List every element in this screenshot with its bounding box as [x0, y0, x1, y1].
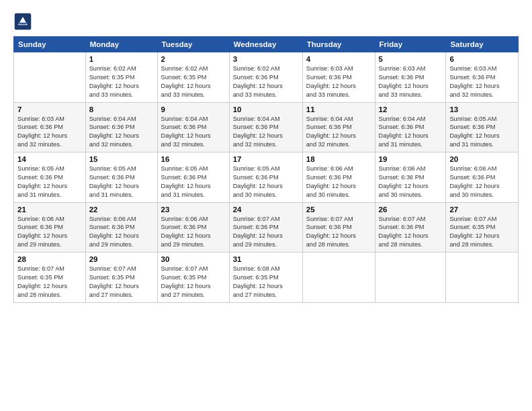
day-number: 24 — [233, 205, 299, 214]
calendar-cell: 16Sunrise: 6:05 AM Sunset: 6:36 PM Dayli… — [157, 152, 229, 203]
day-info: Sunrise: 6:03 AM Sunset: 6:36 PM Dayligh… — [379, 64, 443, 99]
day-number: 12 — [379, 105, 443, 113]
calendar-cell: 9Sunrise: 6:04 AM Sunset: 6:36 PM Daylig… — [157, 102, 229, 152]
calendar-day-header: Friday — [375, 37, 446, 52]
day-number: 11 — [306, 105, 371, 113]
day-number: 14 — [17, 155, 82, 163]
day-number: 17 — [233, 155, 299, 163]
day-number: 20 — [449, 155, 515, 163]
day-number: 6 — [449, 55, 515, 63]
calendar-cell: 31Sunrise: 6:08 AM Sunset: 6:35 PM Dayli… — [229, 253, 302, 303]
day-info: Sunrise: 6:07 AM Sunset: 6:35 PM Dayligh… — [17, 265, 82, 300]
calendar-cell: 24Sunrise: 6:07 AM Sunset: 6:36 PM Dayli… — [229, 202, 302, 253]
day-number: 22 — [89, 205, 154, 214]
day-number: 13 — [449, 105, 515, 113]
day-number: 16 — [161, 155, 226, 163]
calendar-cell: 8Sunrise: 6:04 AM Sunset: 6:36 PM Daylig… — [85, 102, 157, 152]
calendar-cell: 17Sunrise: 6:05 AM Sunset: 6:36 PM Dayli… — [229, 152, 302, 203]
day-number: 8 — [89, 105, 154, 113]
day-info: Sunrise: 6:05 AM Sunset: 6:36 PM Dayligh… — [17, 165, 82, 199]
day-number: 26 — [379, 205, 443, 214]
calendar-day-header: Thursday — [302, 37, 375, 52]
calendar-cell: 3Sunrise: 6:02 AM Sunset: 6:36 PM Daylig… — [229, 52, 302, 103]
svg-rect-2 — [19, 23, 27, 25]
day-number: 21 — [17, 205, 82, 214]
calendar-cell: 14Sunrise: 6:05 AM Sunset: 6:36 PM Dayli… — [14, 152, 86, 203]
day-info: Sunrise: 6:03 AM Sunset: 6:36 PM Dayligh… — [449, 64, 515, 99]
day-info: Sunrise: 6:06 AM Sunset: 6:36 PM Dayligh… — [17, 215, 82, 250]
day-number: 29 — [89, 255, 154, 263]
day-info: Sunrise: 6:07 AM Sunset: 6:35 PM Dayligh… — [449, 215, 515, 250]
day-info: Sunrise: 6:07 AM Sunset: 6:35 PM Dayligh… — [89, 265, 154, 300]
calendar-week-row: 14Sunrise: 6:05 AM Sunset: 6:36 PM Dayli… — [14, 152, 519, 203]
day-info: Sunrise: 6:04 AM Sunset: 6:36 PM Dayligh… — [306, 115, 371, 150]
day-info: Sunrise: 6:05 AM Sunset: 6:36 PM Dayligh… — [449, 115, 515, 150]
page: SundayMondayTuesdayWednesdayThursdayFrid… — [0, 0, 532, 310]
calendar-week-row: 28Sunrise: 6:07 AM Sunset: 6:35 PM Dayli… — [14, 253, 519, 303]
day-number: 15 — [89, 155, 154, 163]
calendar-cell: 18Sunrise: 6:06 AM Sunset: 6:36 PM Dayli… — [302, 152, 375, 203]
day-info: Sunrise: 6:06 AM Sunset: 6:36 PM Dayligh… — [449, 165, 515, 199]
day-info: Sunrise: 6:06 AM Sunset: 6:36 PM Dayligh… — [161, 215, 226, 250]
day-info: Sunrise: 6:04 AM Sunset: 6:36 PM Dayligh… — [379, 115, 443, 150]
calendar-day-header: Saturday — [446, 37, 519, 52]
calendar-cell: 26Sunrise: 6:07 AM Sunset: 6:36 PM Dayli… — [375, 202, 446, 253]
day-info: Sunrise: 6:07 AM Sunset: 6:36 PM Dayligh… — [379, 215, 443, 250]
day-number: 31 — [233, 255, 299, 263]
day-info: Sunrise: 6:08 AM Sunset: 6:35 PM Dayligh… — [233, 265, 299, 300]
day-number: 3 — [233, 55, 299, 63]
calendar-cell: 6Sunrise: 6:03 AM Sunset: 6:36 PM Daylig… — [446, 52, 519, 103]
calendar-week-row: 7Sunrise: 6:03 AM Sunset: 6:36 PM Daylig… — [14, 102, 519, 152]
day-number: 5 — [379, 55, 443, 63]
day-number: 19 — [379, 155, 443, 163]
calendar-cell: 22Sunrise: 6:06 AM Sunset: 6:36 PM Dayli… — [85, 202, 157, 253]
calendar-cell: 21Sunrise: 6:06 AM Sunset: 6:36 PM Dayli… — [14, 202, 86, 253]
calendar-cell: 20Sunrise: 6:06 AM Sunset: 6:36 PM Dayli… — [446, 152, 519, 203]
calendar-day-header: Monday — [85, 37, 157, 52]
calendar-cell: 25Sunrise: 6:07 AM Sunset: 6:36 PM Dayli… — [302, 202, 375, 253]
calendar-table: SundayMondayTuesdayWednesdayThursdayFrid… — [13, 36, 519, 303]
calendar-day-header: Wednesday — [229, 37, 302, 52]
calendar-cell: 10Sunrise: 6:04 AM Sunset: 6:36 PM Dayli… — [229, 102, 302, 152]
day-info: Sunrise: 6:04 AM Sunset: 6:36 PM Dayligh… — [161, 115, 226, 150]
calendar-cell: 30Sunrise: 6:07 AM Sunset: 6:35 PM Dayli… — [157, 253, 229, 303]
day-info: Sunrise: 6:05 AM Sunset: 6:36 PM Dayligh… — [161, 165, 226, 199]
calendar-week-row: 21Sunrise: 6:06 AM Sunset: 6:36 PM Dayli… — [14, 202, 519, 253]
day-info: Sunrise: 6:03 AM Sunset: 6:36 PM Dayligh… — [17, 115, 82, 150]
calendar-cell: 27Sunrise: 6:07 AM Sunset: 6:35 PM Dayli… — [446, 202, 519, 253]
calendar-cell: 29Sunrise: 6:07 AM Sunset: 6:35 PM Dayli… — [85, 253, 157, 303]
calendar-cell: 2Sunrise: 6:02 AM Sunset: 6:35 PM Daylig… — [157, 52, 229, 103]
day-number: 23 — [161, 205, 226, 214]
calendar-header-row: SundayMondayTuesdayWednesdayThursdayFrid… — [14, 37, 519, 52]
day-number: 30 — [161, 255, 226, 263]
day-number: 27 — [449, 205, 515, 214]
day-info: Sunrise: 6:04 AM Sunset: 6:36 PM Dayligh… — [89, 115, 154, 150]
day-info: Sunrise: 6:06 AM Sunset: 6:36 PM Dayligh… — [379, 165, 443, 199]
day-info: Sunrise: 6:07 AM Sunset: 6:36 PM Dayligh… — [233, 215, 299, 250]
day-info: Sunrise: 6:06 AM Sunset: 6:36 PM Dayligh… — [89, 215, 154, 250]
day-number: 2 — [161, 55, 226, 63]
day-info: Sunrise: 6:05 AM Sunset: 6:36 PM Dayligh… — [89, 165, 154, 199]
day-info: Sunrise: 6:04 AM Sunset: 6:36 PM Dayligh… — [233, 115, 299, 150]
day-info: Sunrise: 6:03 AM Sunset: 6:36 PM Dayligh… — [306, 64, 371, 99]
calendar-week-row: 1Sunrise: 6:02 AM Sunset: 6:35 PM Daylig… — [14, 52, 519, 103]
day-number: 9 — [161, 105, 226, 113]
day-info: Sunrise: 6:02 AM Sunset: 6:35 PM Dayligh… — [161, 64, 226, 99]
calendar-cell: 15Sunrise: 6:05 AM Sunset: 6:36 PM Dayli… — [85, 152, 157, 203]
calendar-cell: 23Sunrise: 6:06 AM Sunset: 6:36 PM Dayli… — [157, 202, 229, 253]
day-info: Sunrise: 6:07 AM Sunset: 6:35 PM Dayligh… — [161, 265, 226, 300]
day-info: Sunrise: 6:07 AM Sunset: 6:36 PM Dayligh… — [306, 215, 371, 250]
calendar-cell: 28Sunrise: 6:07 AM Sunset: 6:35 PM Dayli… — [14, 253, 86, 303]
calendar-cell: 4Sunrise: 6:03 AM Sunset: 6:36 PM Daylig… — [302, 52, 375, 103]
day-number: 1 — [89, 55, 154, 63]
logo — [13, 12, 35, 31]
day-number: 28 — [17, 255, 82, 263]
calendar-day-header: Sunday — [14, 37, 86, 52]
calendar-cell — [446, 253, 519, 303]
calendar-cell: 19Sunrise: 6:06 AM Sunset: 6:36 PM Dayli… — [375, 152, 446, 203]
logo-icon — [13, 12, 32, 31]
day-info: Sunrise: 6:02 AM Sunset: 6:36 PM Dayligh… — [233, 64, 299, 99]
day-number: 7 — [17, 105, 82, 113]
calendar-cell: 11Sunrise: 6:04 AM Sunset: 6:36 PM Dayli… — [302, 102, 375, 152]
calendar-cell: 12Sunrise: 6:04 AM Sunset: 6:36 PM Dayli… — [375, 102, 446, 152]
